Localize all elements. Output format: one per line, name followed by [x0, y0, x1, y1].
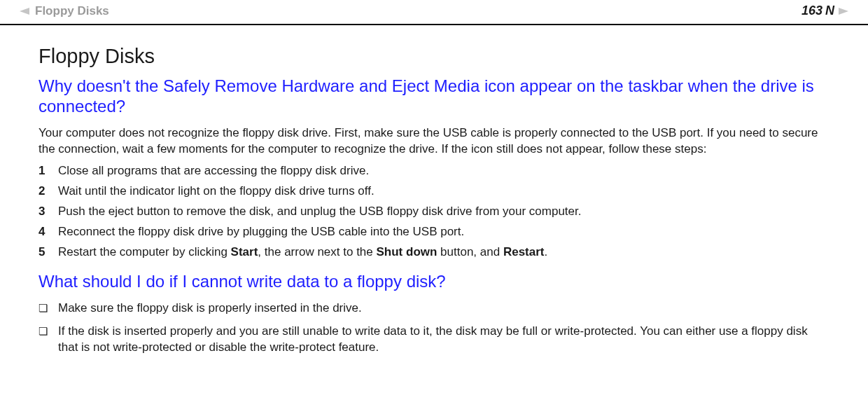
- step-number: 4: [38, 225, 58, 239]
- list-item: ❏ If the disk is inserted properly and y…: [38, 324, 830, 356]
- page-n-label: N: [825, 4, 834, 18]
- page-header: Floppy Disks 163 N: [0, 0, 868, 25]
- bullet-text: Make sure the floppy disk is properly in…: [58, 301, 830, 317]
- step-text: Restart the computer by clicking Start, …: [58, 245, 830, 259]
- step-text: Reconnect the floppy disk drive by plugg…: [58, 225, 830, 239]
- nav-next-icon[interactable]: [839, 8, 848, 15]
- square-bullet-icon: ❏: [38, 324, 58, 340]
- list-item: ❏ Make sure the floppy disk is properly …: [38, 301, 830, 317]
- section-title: Floppy Disks: [38, 45, 830, 68]
- list-item: 4 Reconnect the floppy disk drive by plu…: [38, 225, 830, 239]
- nav-prev-icon[interactable]: [20, 8, 29, 15]
- step-number: 1: [38, 164, 58, 178]
- list-item: 3 Push the eject button to remove the di…: [38, 205, 830, 219]
- step-number: 2: [38, 184, 58, 198]
- list-item: 2 Wait until the indicator light on the …: [38, 184, 830, 198]
- step-text: Close all programs that are accessing th…: [58, 164, 830, 178]
- page-nav: 163 N: [802, 4, 848, 18]
- intro-text: Your computer does not recognize the flo…: [38, 125, 830, 158]
- step-text: Push the eject button to remove the disk…: [58, 205, 830, 219]
- steps-list: 1 Close all programs that are accessing …: [38, 164, 830, 259]
- step-number: 5: [38, 245, 58, 259]
- list-item: 5 Restart the computer by clicking Start…: [38, 245, 830, 259]
- step-text: Wait until the indicator light on the fl…: [58, 184, 830, 198]
- bullet-text: If the disk is inserted properly and you…: [58, 324, 830, 356]
- bullet-list: ❏ Make sure the floppy disk is properly …: [38, 301, 830, 356]
- square-bullet-icon: ❏: [38, 301, 58, 317]
- step-number: 3: [38, 205, 58, 219]
- question-2: What should I do if I cannot write data …: [38, 272, 830, 292]
- page-number: 163: [802, 4, 822, 18]
- list-item: 1 Close all programs that are accessing …: [38, 164, 830, 178]
- page-content: Floppy Disks Why doesn't the Safely Remo…: [0, 25, 868, 356]
- question-1: Why doesn't the Safely Remove Hardware a…: [38, 76, 830, 117]
- breadcrumb-label: Floppy Disks: [35, 4, 109, 18]
- breadcrumb: Floppy Disks: [20, 4, 109, 18]
